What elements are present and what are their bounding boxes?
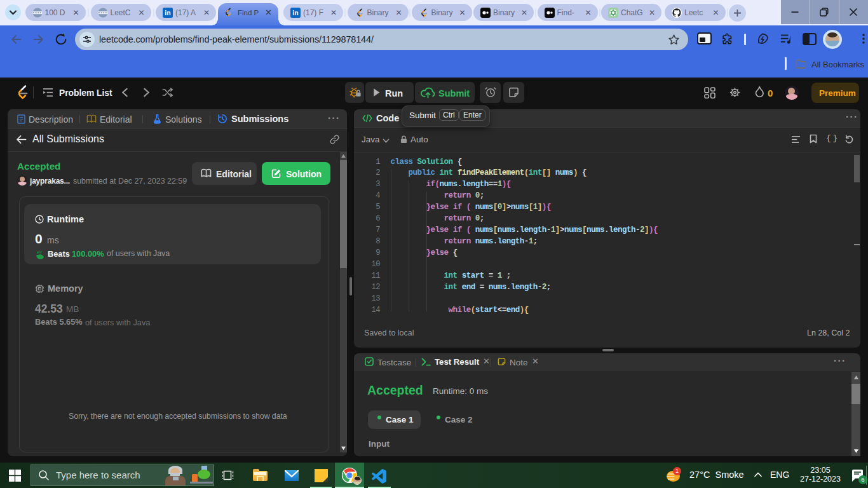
svg-text:in: in — [165, 9, 170, 17]
svg-text:in: in — [292, 9, 298, 17]
